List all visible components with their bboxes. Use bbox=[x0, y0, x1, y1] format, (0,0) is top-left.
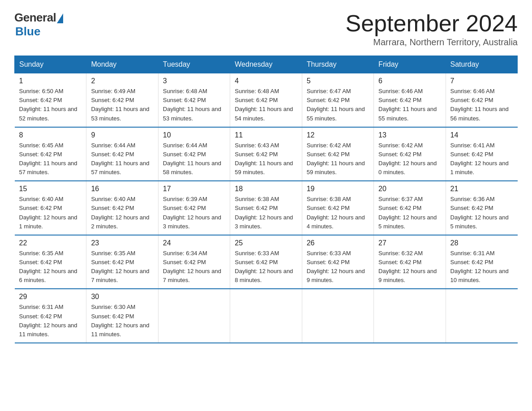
day-number: 18 bbox=[235, 185, 297, 193]
col-friday: Friday bbox=[374, 56, 446, 73]
col-tuesday: Tuesday bbox=[158, 56, 230, 73]
day-info: Sunrise: 6:32 AM Sunset: 6:42 PM Dayligh… bbox=[378, 249, 441, 285]
calendar-cell bbox=[230, 289, 302, 343]
day-number: 19 bbox=[307, 185, 369, 193]
day-number: 10 bbox=[163, 131, 225, 139]
day-info: Sunrise: 6:41 AM Sunset: 6:42 PM Dayligh… bbox=[450, 141, 513, 177]
calendar-week-row: 8Sunrise: 6:45 AM Sunset: 6:42 PM Daylig… bbox=[15, 127, 518, 181]
day-info: Sunrise: 6:38 AM Sunset: 6:42 PM Dayligh… bbox=[307, 195, 369, 231]
calendar-week-row: 1Sunrise: 6:50 AM Sunset: 6:42 PM Daylig… bbox=[15, 73, 518, 127]
col-monday: Monday bbox=[86, 56, 158, 73]
day-info: Sunrise: 6:45 AM Sunset: 6:42 PM Dayligh… bbox=[19, 141, 82, 177]
day-info: Sunrise: 6:46 AM Sunset: 6:42 PM Dayligh… bbox=[450, 87, 513, 123]
day-number: 7 bbox=[450, 77, 513, 85]
day-info: Sunrise: 6:35 AM Sunset: 6:42 PM Dayligh… bbox=[19, 249, 82, 285]
day-info: Sunrise: 6:35 AM Sunset: 6:42 PM Dayligh… bbox=[91, 249, 153, 285]
day-number: 14 bbox=[450, 131, 513, 139]
day-info: Sunrise: 6:33 AM Sunset: 6:42 PM Dayligh… bbox=[307, 249, 369, 285]
calendar-cell: 14Sunrise: 6:41 AM Sunset: 6:42 PM Dayli… bbox=[446, 127, 517, 181]
calendar-title: September 2024 bbox=[346, 11, 518, 36]
calendar-cell: 29Sunrise: 6:31 AM Sunset: 6:42 PM Dayli… bbox=[15, 289, 86, 343]
day-number: 13 bbox=[378, 131, 441, 139]
day-info: Sunrise: 6:44 AM Sunset: 6:42 PM Dayligh… bbox=[91, 141, 153, 177]
calendar-table: Sunday Monday Tuesday Wednesday Thursday… bbox=[14, 56, 518, 343]
day-number: 9 bbox=[91, 131, 153, 139]
calendar-cell: 16Sunrise: 6:40 AM Sunset: 6:42 PM Dayli… bbox=[86, 181, 158, 235]
calendar-cell: 2Sunrise: 6:49 AM Sunset: 6:42 PM Daylig… bbox=[86, 73, 158, 127]
calendar-cell: 3Sunrise: 6:48 AM Sunset: 6:42 PM Daylig… bbox=[158, 73, 230, 127]
day-number: 2 bbox=[91, 77, 153, 85]
day-info: Sunrise: 6:47 AM Sunset: 6:42 PM Dayligh… bbox=[307, 87, 369, 123]
day-number: 20 bbox=[378, 185, 441, 193]
calendar-location: Marrara, Northern Territory, Australia bbox=[346, 37, 518, 47]
day-number: 28 bbox=[450, 239, 513, 247]
calendar-cell: 19Sunrise: 6:38 AM Sunset: 6:42 PM Dayli… bbox=[302, 181, 373, 235]
day-number: 11 bbox=[235, 131, 297, 139]
day-number: 15 bbox=[19, 185, 82, 193]
day-info: Sunrise: 6:44 AM Sunset: 6:42 PM Dayligh… bbox=[163, 141, 225, 177]
calendar-cell: 24Sunrise: 6:34 AM Sunset: 6:42 PM Dayli… bbox=[158, 235, 230, 289]
day-info: Sunrise: 6:42 AM Sunset: 6:42 PM Dayligh… bbox=[378, 141, 441, 177]
calendar-cell: 1Sunrise: 6:50 AM Sunset: 6:42 PM Daylig… bbox=[15, 73, 86, 127]
day-number: 8 bbox=[19, 131, 82, 139]
day-number: 17 bbox=[163, 185, 225, 193]
col-saturday: Saturday bbox=[446, 56, 517, 73]
day-info: Sunrise: 6:36 AM Sunset: 6:42 PM Dayligh… bbox=[450, 195, 513, 231]
calendar-body: 1Sunrise: 6:50 AM Sunset: 6:42 PM Daylig… bbox=[15, 73, 518, 343]
calendar-cell: 4Sunrise: 6:48 AM Sunset: 6:42 PM Daylig… bbox=[230, 73, 302, 127]
title-block: September 2024 Marrara, Northern Territo… bbox=[346, 11, 518, 47]
day-info: Sunrise: 6:31 AM Sunset: 6:42 PM Dayligh… bbox=[450, 249, 513, 285]
calendar-cell: 30Sunrise: 6:30 AM Sunset: 6:42 PM Dayli… bbox=[86, 289, 158, 343]
day-info: Sunrise: 6:34 AM Sunset: 6:42 PM Dayligh… bbox=[163, 249, 225, 285]
col-wednesday: Wednesday bbox=[230, 56, 302, 73]
day-number: 24 bbox=[163, 239, 225, 247]
calendar-cell: 22Sunrise: 6:35 AM Sunset: 6:42 PM Dayli… bbox=[15, 235, 86, 289]
calendar-cell: 23Sunrise: 6:35 AM Sunset: 6:42 PM Dayli… bbox=[86, 235, 158, 289]
day-info: Sunrise: 6:33 AM Sunset: 6:42 PM Dayligh… bbox=[235, 249, 297, 285]
calendar-cell: 25Sunrise: 6:33 AM Sunset: 6:42 PM Dayli… bbox=[230, 235, 302, 289]
day-number: 30 bbox=[91, 293, 153, 301]
day-number: 12 bbox=[307, 131, 369, 139]
day-info: Sunrise: 6:48 AM Sunset: 6:42 PM Dayligh… bbox=[235, 87, 297, 123]
calendar-cell: 27Sunrise: 6:32 AM Sunset: 6:42 PM Dayli… bbox=[374, 235, 446, 289]
day-number: 23 bbox=[91, 239, 153, 247]
calendar-cell: 6Sunrise: 6:46 AM Sunset: 6:42 PM Daylig… bbox=[374, 73, 446, 127]
calendar-cell bbox=[302, 289, 373, 343]
day-info: Sunrise: 6:38 AM Sunset: 6:42 PM Dayligh… bbox=[235, 195, 297, 231]
day-info: Sunrise: 6:31 AM Sunset: 6:42 PM Dayligh… bbox=[19, 303, 82, 339]
day-info: Sunrise: 6:30 AM Sunset: 6:42 PM Dayligh… bbox=[91, 303, 153, 339]
calendar-cell: 10Sunrise: 6:44 AM Sunset: 6:42 PM Dayli… bbox=[158, 127, 230, 181]
day-info: Sunrise: 6:50 AM Sunset: 6:42 PM Dayligh… bbox=[19, 87, 82, 123]
day-info: Sunrise: 6:43 AM Sunset: 6:42 PM Dayligh… bbox=[235, 141, 297, 177]
calendar-cell: 5Sunrise: 6:47 AM Sunset: 6:42 PM Daylig… bbox=[302, 73, 373, 127]
day-number: 29 bbox=[19, 293, 82, 301]
calendar-week-row: 29Sunrise: 6:31 AM Sunset: 6:42 PM Dayli… bbox=[15, 289, 518, 343]
day-info: Sunrise: 6:40 AM Sunset: 6:42 PM Dayligh… bbox=[91, 195, 153, 231]
day-info: Sunrise: 6:42 AM Sunset: 6:42 PM Dayligh… bbox=[307, 141, 369, 177]
calendar-cell: 28Sunrise: 6:31 AM Sunset: 6:42 PM Dayli… bbox=[446, 235, 517, 289]
calendar-week-row: 22Sunrise: 6:35 AM Sunset: 6:42 PM Dayli… bbox=[15, 235, 518, 289]
calendar-cell: 21Sunrise: 6:36 AM Sunset: 6:42 PM Dayli… bbox=[446, 181, 517, 235]
logo-triangle-icon bbox=[57, 13, 63, 23]
calendar-cell: 15Sunrise: 6:40 AM Sunset: 6:42 PM Dayli… bbox=[15, 181, 86, 235]
calendar-cell bbox=[446, 289, 517, 343]
day-info: Sunrise: 6:49 AM Sunset: 6:42 PM Dayligh… bbox=[91, 87, 153, 123]
day-number: 1 bbox=[19, 77, 82, 85]
calendar-header: Sunday Monday Tuesday Wednesday Thursday… bbox=[15, 56, 518, 73]
day-info: Sunrise: 6:40 AM Sunset: 6:42 PM Dayligh… bbox=[19, 195, 82, 231]
day-number: 27 bbox=[378, 239, 441, 247]
calendar-cell: 20Sunrise: 6:37 AM Sunset: 6:42 PM Dayli… bbox=[374, 181, 446, 235]
calendar-cell bbox=[374, 289, 446, 343]
logo: General Blue bbox=[14, 11, 63, 39]
day-info: Sunrise: 6:39 AM Sunset: 6:42 PM Dayligh… bbox=[163, 195, 225, 231]
calendar-week-row: 15Sunrise: 6:40 AM Sunset: 6:42 PM Dayli… bbox=[15, 181, 518, 235]
day-number: 4 bbox=[235, 77, 297, 85]
col-sunday: Sunday bbox=[15, 56, 86, 73]
page-header: General Blue September 2024 Marrara, Nor… bbox=[14, 11, 518, 47]
day-info: Sunrise: 6:48 AM Sunset: 6:42 PM Dayligh… bbox=[163, 87, 225, 123]
day-number: 3 bbox=[163, 77, 225, 85]
calendar-cell: 17Sunrise: 6:39 AM Sunset: 6:42 PM Dayli… bbox=[158, 181, 230, 235]
col-thursday: Thursday bbox=[302, 56, 373, 73]
logo-blue-text: Blue bbox=[15, 25, 40, 39]
header-row: Sunday Monday Tuesday Wednesday Thursday… bbox=[15, 56, 518, 73]
